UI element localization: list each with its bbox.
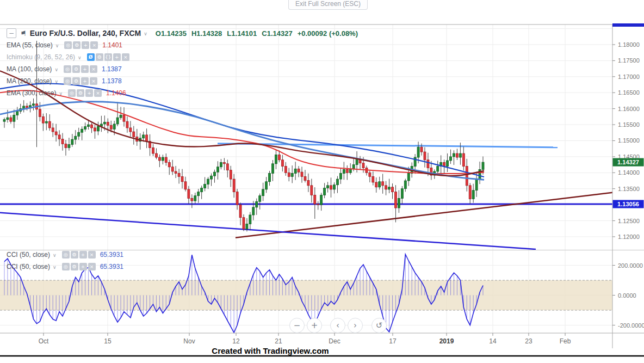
eye-icon[interactable]: ◎ — [64, 77, 71, 85]
reset-chart-button[interactable]: ↺ — [371, 318, 387, 333]
svg-text:Feb: Feb — [560, 337, 571, 345]
plus-icon[interactable]: + — [79, 263, 87, 270]
eye-icon[interactable]: ◎ — [68, 89, 76, 97]
close-icon[interactable]: × — [88, 263, 96, 270]
indicator-row-ichimoku: Ichimoku (9, 26, 52, 26)∨Ø⚙{}+× — [7, 51, 358, 63]
symbol-logo-icon: ⚑ — [20, 29, 27, 38]
gear-icon[interactable]: ⚙ — [72, 65, 80, 73]
scroll-left-button[interactable]: ‹ — [330, 318, 345, 333]
svg-text:Nov: Nov — [183, 337, 195, 345]
svg-text:1.13500: 1.13500 — [618, 186, 640, 192]
gear-icon[interactable]: ⚙ — [72, 77, 80, 85]
tradingview-fullscreen-chart: 1.180001.175001.170001.165001.160001.155… — [0, 0, 644, 363]
svg-text:1.14327: 1.14327 — [617, 159, 639, 165]
close-icon[interactable]: × — [90, 77, 97, 85]
cci-row-cci-50-a: CCI (50, close)∨◎⚙+×65.3931 — [7, 249, 123, 261]
eye-icon[interactable]: ◎ — [62, 251, 70, 259]
symbol-title[interactable]: Euro Fx/U.S. Dollar, 240, FXCM — [30, 29, 141, 38]
cci-legend: CCI (50, close)∨◎⚙+×65.3931CCI (50, clos… — [7, 249, 123, 273]
indicator-row-ema-55: EMA (55, close)∨◎⚙+×1.1401 — [7, 39, 358, 51]
svg-text:15: 15 — [104, 337, 112, 345]
braces-icon[interactable]: {} — [104, 53, 112, 61]
indicator-legend: − ⚑ Euro Fx/U.S. Dollar, 240, FXCM ∨ O1.… — [7, 27, 358, 99]
plus-icon[interactable]: + — [82, 41, 89, 49]
scroll-right-button[interactable]: › — [348, 318, 363, 333]
indicator-label[interactable]: CCI (50, close) — [7, 263, 50, 270]
plus-icon[interactable]: + — [85, 89, 93, 97]
indicator-label[interactable]: CCI (50, close) — [7, 251, 50, 259]
indicator-label[interactable]: EMA (300, close) — [7, 89, 56, 97]
plus-icon[interactable]: + — [81, 65, 89, 73]
svg-text:1.13056: 1.13056 — [617, 201, 639, 207]
svg-text:1.15000: 1.15000 — [618, 137, 640, 144]
ohlc-change: +0.00092 (+0.08%) — [298, 29, 358, 38]
svg-text:1.16500: 1.16500 — [618, 89, 640, 96]
collapse-pane-button[interactable]: − — [7, 28, 16, 38]
cci-axis[interactable]: 200.00000.0000-200.0000 — [612, 262, 644, 329]
indicator-label[interactable]: MA (100, close) — [7, 65, 52, 73]
plus-icon[interactable]: + — [113, 53, 121, 61]
indicator-label[interactable]: MA (200, close) — [7, 77, 52, 85]
chevron-down-icon[interactable]: ∨ — [53, 264, 57, 270]
chevron-down-icon[interactable]: ∨ — [59, 91, 63, 96]
plus-icon[interactable]: + — [79, 251, 87, 259]
gear-icon[interactable]: ⚙ — [77, 89, 84, 97]
svg-text:1.17000: 1.17000 — [618, 73, 640, 80]
close-icon[interactable]: × — [90, 65, 97, 73]
rising-trendline[interactable] — [236, 193, 612, 238]
gear-icon[interactable]: ⚙ — [71, 251, 78, 259]
falling-trendline[interactable] — [0, 213, 536, 249]
indicator-controls: ◎⚙+× — [68, 89, 102, 97]
gear-icon[interactable]: ⚙ — [71, 263, 78, 270]
chevron-down-icon[interactable]: ∨ — [55, 43, 59, 48]
eye-off-icon[interactable]: Ø — [87, 53, 95, 61]
time-axis[interactable]: Oct15Nov1221Dec1720191423Feb — [39, 333, 571, 345]
indicator-controls: ◎⚙+× — [62, 263, 96, 270]
svg-text:Dec: Dec — [329, 337, 340, 345]
zoom-in-button[interactable]: + — [307, 318, 322, 333]
indicator-label[interactable]: Ichimoku (9, 26, 52, 26) — [7, 53, 75, 61]
eye-icon[interactable]: ◎ — [64, 41, 72, 49]
svg-text:1.15500: 1.15500 — [618, 121, 640, 128]
cci-row-cci-50-b: CCI (50, close)∨◎⚙+×65.3931 — [7, 261, 123, 273]
credit-text: Created with Tradingview.com — [212, 346, 329, 355]
ohlc-close: C1.14327 — [262, 29, 292, 38]
ohlc-low: L1.14101 — [227, 29, 257, 38]
indicator-controls: ◎⚙+× — [62, 251, 96, 259]
close-icon[interactable]: × — [90, 41, 98, 49]
exit-fullscreen-button[interactable]: Exit Full Screen (ESC) — [288, 0, 368, 10]
chevron-down-icon[interactable]: ∨ — [54, 67, 58, 72]
svg-text:14: 14 — [489, 337, 497, 345]
svg-text:0.0000: 0.0000 — [618, 292, 636, 299]
gear-icon[interactable]: ⚙ — [73, 41, 81, 49]
symbol-header-row: − ⚑ Euro Fx/U.S. Dollar, 240, FXCM ∨ O1.… — [7, 27, 358, 39]
svg-text:17: 17 — [389, 337, 397, 345]
close-icon[interactable]: × — [94, 89, 102, 97]
indicator-controls: ◎⚙+× — [64, 77, 97, 85]
plus-icon[interactable]: + — [81, 77, 89, 85]
chevron-down-icon[interactable]: ∨ — [53, 253, 57, 258]
zoom-out-button[interactable]: − — [289, 318, 305, 333]
indicator-row-ma-100: MA (100, close)∨◎⚙+×1.1387 — [7, 63, 358, 75]
gear-icon[interactable]: ⚙ — [96, 53, 103, 61]
indicator-controls: Ø⚙{}+× — [87, 53, 129, 61]
indicator-label[interactable]: EMA (55, close) — [7, 41, 53, 49]
svg-text:12: 12 — [232, 337, 240, 345]
indicator-value: 1.1387 — [102, 65, 122, 73]
close-icon[interactable]: × — [122, 53, 129, 61]
ohlc-high: H1.14328 — [191, 29, 222, 38]
price-axis[interactable]: 1.180001.175001.170001.165001.160001.155… — [612, 41, 644, 240]
indicator-row-ema-300: EMA (300, close)∨◎⚙+×1.1406 — [7, 87, 358, 99]
chevron-down-icon[interactable]: ∨ — [144, 31, 147, 36]
chevron-down-icon[interactable]: ∨ — [78, 55, 82, 60]
svg-text:200.0000: 200.0000 — [618, 262, 643, 269]
chevron-down-icon[interactable]: ∨ — [54, 79, 58, 84]
indicator-row-ma-200: MA (200, close)∨◎⚙+×1.1378 — [7, 75, 358, 87]
close-icon[interactable]: × — [88, 251, 96, 259]
eye-icon[interactable]: ◎ — [64, 65, 71, 73]
svg-text:21: 21 — [275, 337, 282, 345]
svg-text:-200.0000: -200.0000 — [618, 322, 644, 329]
eye-icon[interactable]: ◎ — [62, 263, 70, 270]
trendlines — [0, 144, 612, 249]
ma-line-ema-55[interactable] — [0, 90, 484, 174]
